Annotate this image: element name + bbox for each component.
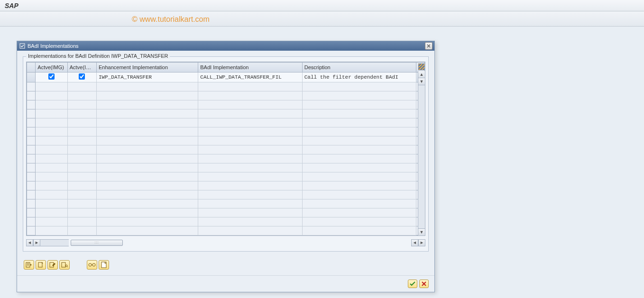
vertical-scrollbar[interactable]: ▲ ▼ ▼ bbox=[418, 71, 425, 235]
new-entry-button[interactable] bbox=[99, 260, 109, 270]
scroll-down-arrow-top[interactable]: ▼ bbox=[418, 78, 425, 85]
row-selector[interactable] bbox=[27, 181, 36, 190]
row-selector[interactable] bbox=[27, 145, 36, 154]
table-row[interactable] bbox=[27, 190, 425, 199]
cell-enhancement[interactable]: IWP_DATA_TRANSFER bbox=[96, 72, 198, 82]
toolbar-strip bbox=[0, 11, 644, 27]
horizontal-scrollbar[interactable]: ◄ ► ◄ ► bbox=[26, 239, 425, 246]
glasses-display-button[interactable] bbox=[87, 260, 97, 270]
table-row[interactable] bbox=[27, 208, 425, 217]
close-icon[interactable] bbox=[425, 42, 432, 50]
dialog-footer bbox=[17, 275, 434, 292]
dialog-icon bbox=[19, 43, 26, 49]
table-row[interactable] bbox=[27, 100, 425, 109]
row-selector[interactable] bbox=[27, 109, 36, 118]
dialog-titlebar[interactable]: BAdI Implementations bbox=[17, 41, 434, 51]
row-selector[interactable] bbox=[27, 72, 36, 82]
row-selector[interactable] bbox=[27, 199, 36, 208]
row-selector[interactable] bbox=[27, 208, 36, 217]
cancel-button[interactable] bbox=[419, 280, 429, 288]
svg-rect-2 bbox=[38, 262, 42, 267]
scroll-track[interactable] bbox=[418, 85, 425, 228]
table-config-icon[interactable] bbox=[418, 63, 425, 70]
col-enhancement[interactable]: Enhancement Implementation bbox=[96, 63, 198, 72]
hscroll-right-inner-icon[interactable]: ► bbox=[33, 239, 40, 246]
row-selector[interactable] bbox=[27, 190, 36, 199]
table-row[interactable] bbox=[27, 217, 425, 226]
cell-active-im[interactable] bbox=[67, 72, 96, 82]
ok-button[interactable] bbox=[408, 280, 417, 288]
table-row[interactable] bbox=[27, 118, 425, 127]
row-selector[interactable] bbox=[27, 82, 36, 91]
scroll-down-icon[interactable]: ▼ bbox=[418, 228, 425, 235]
active-im-checkbox[interactable] bbox=[79, 73, 85, 80]
svg-rect-0 bbox=[20, 44, 25, 48]
hscroll-thumb[interactable] bbox=[71, 240, 123, 246]
implementations-groupbox: Implementations for BAdI Definition IWP_… bbox=[23, 56, 429, 252]
table-row[interactable] bbox=[27, 226, 425, 235]
table-row[interactable] bbox=[27, 91, 425, 100]
row-selector[interactable] bbox=[27, 217, 36, 226]
row-selector[interactable] bbox=[27, 163, 36, 172]
badi-implementations-dialog: BAdI Implementations Implementations for… bbox=[17, 41, 435, 292]
cell-active-img[interactable] bbox=[36, 72, 67, 82]
row-selector[interactable] bbox=[27, 136, 36, 145]
table-row[interactable] bbox=[27, 127, 425, 136]
svg-point-7 bbox=[92, 263, 95, 266]
svg-point-5 bbox=[65, 265, 67, 267]
table-row[interactable]: IWP_DATA_TRANSFERCALL_IWP_DATA_TRANSFER_… bbox=[27, 72, 425, 82]
table-row[interactable] bbox=[27, 109, 425, 118]
hscroll-left-icon[interactable]: ◄ bbox=[26, 239, 33, 246]
cell-badi-impl[interactable]: CALL_IWP_DATA_TRANSFER_FIL bbox=[198, 72, 302, 82]
table-row[interactable] bbox=[27, 181, 425, 190]
table-row[interactable] bbox=[27, 154, 425, 163]
table-row[interactable] bbox=[27, 163, 425, 172]
action-button-row bbox=[23, 260, 429, 270]
row-selector[interactable] bbox=[27, 127, 36, 136]
table-row[interactable] bbox=[27, 199, 425, 208]
table-row[interactable] bbox=[27, 145, 425, 154]
col-active-im[interactable]: Actve(Im... bbox=[67, 63, 96, 72]
group-title: Implementations for BAdI Definition IWP_… bbox=[26, 53, 170, 59]
active-img-checkbox[interactable] bbox=[48, 73, 55, 80]
implementation-overview-button[interactable] bbox=[24, 260, 34, 270]
row-selector[interactable] bbox=[27, 172, 36, 181]
create-implementation-button[interactable] bbox=[36, 260, 46, 270]
hscroll-left2-icon[interactable]: ◄ bbox=[411, 239, 418, 246]
col-active-img[interactable]: Actve(IMG) bbox=[36, 63, 67, 72]
row-selector[interactable] bbox=[27, 91, 36, 100]
col-row-selector[interactable] bbox=[27, 63, 36, 72]
hscroll-right-icon[interactable]: ► bbox=[418, 239, 425, 246]
implementations-table: Actve(IMG) Actve(Im... Enhancement Imple… bbox=[26, 62, 425, 236]
table-row[interactable] bbox=[27, 136, 425, 145]
svg-rect-1 bbox=[26, 262, 30, 267]
col-description[interactable]: Description bbox=[302, 63, 416, 72]
table-row[interactable] bbox=[27, 172, 425, 181]
scroll-up-icon[interactable]: ▲ bbox=[418, 71, 425, 78]
display-implementation-button[interactable] bbox=[59, 260, 70, 270]
change-implementation-button[interactable] bbox=[47, 260, 58, 270]
dialog-title: BAdI Implementations bbox=[28, 43, 79, 49]
table-row[interactable] bbox=[27, 82, 425, 91]
app-title: SAP bbox=[0, 0, 644, 11]
svg-rect-4 bbox=[62, 262, 65, 267]
col-badi-impl[interactable]: BAdI Implementation bbox=[198, 63, 302, 72]
row-selector[interactable] bbox=[27, 100, 36, 109]
row-selector[interactable] bbox=[27, 118, 36, 127]
row-selector[interactable] bbox=[27, 226, 36, 235]
svg-point-6 bbox=[89, 263, 92, 266]
cell-description[interactable]: Call the filter dependent BAdI bbox=[302, 72, 416, 82]
row-selector[interactable] bbox=[27, 154, 36, 163]
